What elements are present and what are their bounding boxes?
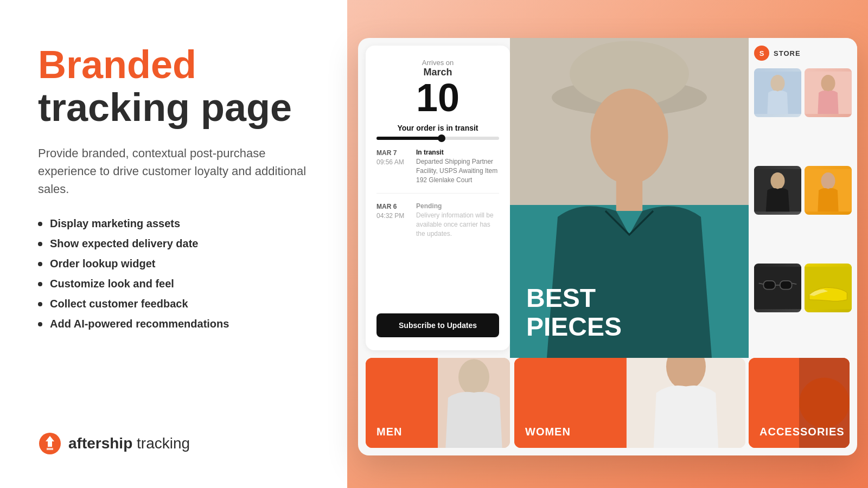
category-label-accessories: ACCESSORIES bbox=[760, 426, 845, 438]
demo-container: Arrives on March 10 Your order is in tra… bbox=[358, 38, 857, 455]
store-header: S STORE bbox=[754, 46, 852, 64]
svg-rect-6 bbox=[616, 175, 642, 211]
feature-item: Collect customer feedback bbox=[38, 298, 315, 310]
product-thumb-5[interactable] bbox=[754, 264, 801, 312]
product-grid bbox=[754, 68, 852, 358]
svg-point-12 bbox=[770, 172, 784, 189]
transit-status: Your order is in transit bbox=[397, 124, 478, 132]
svg-point-30 bbox=[799, 378, 850, 428]
headline-line1: Branded bbox=[38, 43, 315, 86]
bullet-icon bbox=[38, 302, 42, 306]
best-pieces-line1: BEST bbox=[526, 284, 622, 313]
left-content: Branded tracking page Provide branded, c… bbox=[38, 43, 315, 346]
product-thumb-2[interactable] bbox=[805, 68, 852, 117]
arrives-label: Arrives on bbox=[422, 59, 454, 67]
bottom-categories: MEN WOMEN ACCESSORIES bbox=[358, 358, 857, 455]
event-title-1: In transit bbox=[416, 149, 499, 156]
product-thumb-3[interactable] bbox=[754, 166, 801, 215]
event-title-2: Pending bbox=[416, 202, 499, 210]
svg-rect-16 bbox=[763, 281, 775, 290]
subtitle: Provide branded, contextual post-purchas… bbox=[38, 144, 309, 198]
divider bbox=[376, 193, 499, 194]
event-detail-2: Pending Delivery information will be ava… bbox=[416, 202, 499, 238]
feature-label: Order lookup widget bbox=[50, 258, 155, 270]
progress-bar bbox=[376, 137, 499, 140]
event-detail-1: In transit Departed Shipping Partner Fac… bbox=[416, 149, 499, 184]
category-label-men: MEN bbox=[376, 426, 402, 438]
feature-item: Display marketing assets bbox=[38, 217, 315, 230]
logo-brand: aftership bbox=[68, 435, 132, 452]
logo-sub: tracking bbox=[132, 435, 190, 452]
svg-rect-15 bbox=[754, 267, 801, 309]
arrives-day: 10 bbox=[416, 78, 459, 117]
progress-bar-fill bbox=[376, 137, 444, 140]
bullet-icon bbox=[38, 262, 42, 266]
headline: Branded tracking page bbox=[38, 43, 315, 129]
svg-point-5 bbox=[591, 89, 668, 184]
feature-label: Display marketing assets bbox=[50, 217, 180, 230]
event-desc-2: Delivery information will be available o… bbox=[416, 211, 499, 238]
feature-label: Collect customer feedback bbox=[50, 298, 188, 310]
svg-point-24 bbox=[458, 359, 489, 395]
hero-image-panel: BEST PIECES bbox=[510, 38, 749, 358]
aftership-logo-icon bbox=[38, 432, 62, 455]
features-list: Display marketing assets Show expected d… bbox=[38, 217, 315, 330]
right-sidebar: S STORE bbox=[749, 38, 857, 358]
feature-item: Customize look and feel bbox=[38, 278, 315, 290]
svg-rect-17 bbox=[780, 281, 792, 290]
best-pieces-line2: PIECES bbox=[526, 313, 622, 342]
logo-text: aftership tracking bbox=[68, 435, 190, 452]
event-desc-1: Departed Shipping Partner Facility, USPS… bbox=[416, 157, 499, 184]
store-label: STORE bbox=[774, 49, 801, 57]
product-thumb-4[interactable] bbox=[805, 166, 852, 215]
feature-item: Order lookup widget bbox=[38, 258, 315, 270]
best-pieces-overlay: BEST PIECES bbox=[526, 284, 622, 342]
product-thumb-6[interactable] bbox=[805, 264, 852, 312]
bullet-icon bbox=[38, 322, 42, 326]
svg-point-14 bbox=[821, 172, 835, 189]
feature-item: Add AI-powered recommendations bbox=[38, 318, 315, 330]
event-date-1: MAR 7 09:56 AM bbox=[376, 149, 412, 184]
store-initial: S bbox=[754, 46, 769, 61]
feature-label: Show expected delivery date bbox=[50, 237, 198, 250]
headline-line2: tracking page bbox=[38, 86, 315, 129]
left-panel: Branded tracking page Provide branded, c… bbox=[0, 0, 347, 488]
category-card-men[interactable]: MEN bbox=[366, 358, 510, 448]
feature-label: Customize look and feel bbox=[50, 278, 174, 290]
tracking-event-2: MAR 6 04:32 PM Pending Delivery informat… bbox=[376, 202, 499, 238]
bullet-icon bbox=[38, 282, 42, 286]
tracking-card: Arrives on March 10 Your order is in tra… bbox=[366, 46, 510, 350]
svg-point-8 bbox=[770, 75, 784, 92]
progress-dot bbox=[438, 134, 445, 142]
category-card-women[interactable]: WOMEN bbox=[514, 358, 745, 448]
feature-label: Add AI-powered recommendations bbox=[50, 318, 229, 330]
tracking-event-1: MAR 7 09:56 AM In transit Departed Shipp… bbox=[376, 149, 499, 184]
feature-item: Show expected delivery date bbox=[38, 237, 315, 250]
event-date-2: MAR 6 04:32 PM bbox=[376, 202, 412, 238]
bullet-icon bbox=[38, 242, 42, 246]
logo-area: aftership tracking bbox=[38, 432, 315, 455]
subscribe-button[interactable]: Subscribe to Updates bbox=[376, 313, 499, 337]
bullet-icon bbox=[38, 222, 42, 226]
product-thumb-1[interactable] bbox=[754, 68, 801, 117]
category-card-accessories[interactable]: ACCESSORIES bbox=[749, 358, 850, 448]
category-label-women: WOMEN bbox=[525, 426, 571, 438]
tracking-events: MAR 7 09:56 AM In transit Departed Shipp… bbox=[376, 149, 499, 308]
svg-point-10 bbox=[821, 75, 835, 92]
